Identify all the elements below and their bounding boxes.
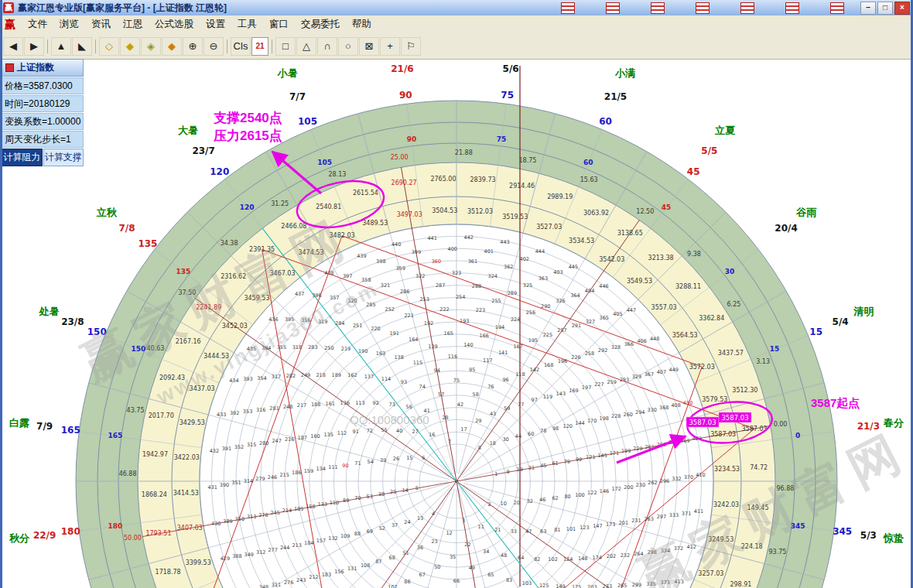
svg-text:250: 250 (324, 345, 333, 351)
maximize-button[interactable]: □ (877, 2, 893, 15)
svg-text:327: 327 (586, 319, 595, 325)
index-icon (5, 63, 14, 72)
calendar-21-icon[interactable]: 21 (251, 37, 268, 56)
menu-item[interactable]: 工具 (231, 16, 263, 32)
svg-text:47: 47 (525, 528, 532, 535)
svg-text:405: 405 (613, 311, 622, 317)
delete-tool-icon[interactable]: ⊠ (359, 37, 379, 56)
titlebar-app-icon[interactable] (830, 2, 844, 14)
svg-text:21: 21 (494, 527, 501, 533)
gann-grid-icon[interactable]: ◈ (141, 37, 161, 56)
flag-tool-icon[interactable]: ⚐ (401, 37, 421, 56)
menu-item[interactable]: 帮助 (346, 16, 378, 32)
gann-wheel-icon[interactable]: ◆ (162, 37, 182, 56)
svg-text:162: 162 (347, 372, 357, 378)
toolbar-button[interactable] (227, 39, 227, 53)
calc-support-button[interactable]: 计算支撑 (43, 149, 84, 166)
svg-text:109: 109 (340, 533, 350, 539)
gann-fan-icon[interactable]: ◆ (120, 37, 140, 56)
calc-resistance-button[interactable]: 计算阻力 (2, 149, 43, 166)
svg-text:322: 322 (415, 273, 425, 279)
cls-button[interactable]: Cls (231, 37, 251, 56)
triangle-tool-icon[interactable]: △ (296, 37, 316, 56)
svg-text:0: 0 (795, 432, 800, 439)
angle-tool-icon[interactable]: ◣ (72, 37, 92, 56)
menu-item[interactable]: 江恩 (117, 16, 149, 32)
menu-item[interactable]: 资讯 (85, 16, 117, 32)
toolbar-button[interactable] (272, 39, 272, 53)
svg-text:429: 429 (221, 556, 230, 562)
svg-text:11: 11 (478, 524, 484, 530)
svg-text:105: 105 (298, 116, 317, 127)
svg-text:86: 86 (404, 579, 410, 585)
titlebar-app-icon[interactable] (696, 2, 710, 14)
crosshair-tool-icon[interactable]: + (380, 37, 400, 56)
toolbar-button[interactable] (47, 39, 48, 53)
svg-text:59: 59 (504, 405, 510, 412)
trend-tool-icon[interactable]: ▲ (51, 37, 71, 56)
svg-text:9: 9 (506, 469, 509, 475)
svg-text:326: 326 (556, 298, 565, 304)
zoom-out-icon[interactable]: ⊖ (203, 37, 224, 56)
svg-text:216: 216 (285, 436, 294, 443)
svg-text:22/9: 22/9 (33, 530, 56, 541)
svg-text:35: 35 (450, 554, 456, 560)
minimize-button[interactable]: – (860, 2, 876, 15)
svg-text:谷雨: 谷雨 (795, 207, 817, 218)
svg-text:33: 33 (511, 528, 517, 535)
titlebar-app-icon[interactable] (561, 2, 575, 14)
svg-text:75: 75 (453, 378, 460, 384)
svg-text:46: 46 (539, 497, 545, 503)
zoom-in-icon[interactable]: ⊕ (183, 37, 203, 56)
menu-item[interactable]: 浏览 (53, 16, 85, 32)
svg-text:12: 12 (446, 530, 452, 536)
svg-text:38: 38 (378, 491, 385, 497)
svg-text:122: 122 (587, 490, 597, 496)
menu-item[interactable]: 窗口 (263, 16, 295, 32)
gann-box-icon[interactable]: ◇ (99, 37, 119, 56)
menu-item[interactable]: 设置 (200, 16, 231, 32)
quote-field: 时间=20180129 (2, 95, 84, 112)
svg-text:111: 111 (328, 464, 337, 470)
titlebar-app-icon[interactable] (651, 2, 665, 14)
titlebar-app-icon[interactable] (606, 2, 620, 14)
toolbar-button[interactable] (95, 39, 96, 53)
nav-forward-icon[interactable]: ▶ (24, 37, 44, 56)
svg-text:142: 142 (530, 367, 539, 373)
svg-text:76: 76 (487, 384, 494, 390)
svg-text:158: 158 (306, 504, 315, 510)
close-button[interactable]: × (894, 2, 910, 15)
svg-text:3399.53: 3399.53 (186, 559, 211, 566)
svg-text:3564.53: 3564.53 (672, 332, 698, 339)
circle-tool-icon[interactable]: ○ (338, 37, 358, 56)
svg-text:大暑: 大暑 (178, 125, 198, 136)
svg-text:56: 56 (406, 404, 412, 410)
svg-text:90: 90 (342, 463, 348, 469)
menu-item[interactable]: 公式选股 (149, 16, 200, 32)
svg-text:7: 7 (448, 439, 451, 445)
menu-item[interactable]: 文件 (22, 16, 53, 32)
svg-text:49: 49 (469, 565, 475, 571)
svg-text:214: 214 (282, 508, 292, 514)
svg-text:409: 409 (692, 436, 701, 442)
menu-item[interactable]: 交易委托 (295, 16, 346, 32)
gann-wheel-canvas[interactable]: 1234567891011121314151617181920212223242… (0, 0, 913, 588)
svg-text:45: 45 (540, 463, 546, 469)
svg-text:6.25: 6.25 (727, 301, 741, 308)
svg-text:139: 139 (428, 344, 437, 350)
rect-tool-icon[interactable]: □ (275, 37, 296, 56)
svg-text:143: 143 (556, 391, 566, 397)
svg-text:2989.19: 2989.19 (547, 193, 573, 200)
titlebar-app-icon[interactable] (785, 2, 799, 14)
arc-tool-icon[interactable]: ∩ (317, 37, 337, 56)
svg-text:40: 40 (396, 428, 402, 434)
index-name: 上证指数 (17, 61, 54, 74)
svg-text:370: 370 (684, 474, 693, 480)
titlebar-app-icon[interactable] (740, 2, 754, 14)
svg-text:120: 120 (240, 203, 255, 211)
svg-text:31.25: 31.25 (271, 200, 289, 207)
nav-back-icon[interactable]: ◀ (3, 37, 23, 56)
svg-text:233: 233 (603, 583, 612, 588)
svg-text:253: 253 (419, 296, 429, 303)
svg-text:184: 184 (304, 540, 313, 546)
